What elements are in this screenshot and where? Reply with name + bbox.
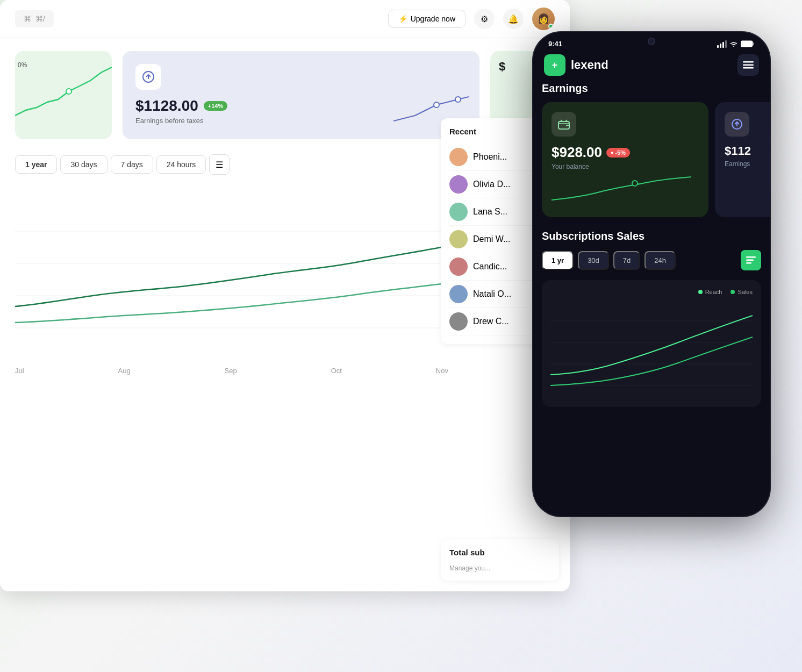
earnings-before-card: $1128.00 +14% Earnings before taxes (123, 51, 479, 139)
sub-avatar-5 (449, 258, 468, 276)
wifi-icon (729, 41, 738, 47)
svg-rect-15 (753, 42, 754, 45)
svg-rect-24 (746, 260, 754, 261)
phone-earnings-card: $112 Earnings (715, 102, 770, 217)
phone-wallet-icon (552, 112, 576, 137)
logo-icon: + (544, 54, 565, 76)
phone-logo: + lexend (544, 54, 608, 76)
svg-rect-17 (743, 65, 754, 66)
online-indicator (548, 24, 554, 29)
phone-filter-24h[interactable]: 24h (645, 251, 676, 270)
filter-7days[interactable]: 7 days (111, 155, 153, 174)
svg-rect-13 (725, 40, 727, 48)
sub-name-3: Lana S... (473, 207, 507, 217)
svg-point-0 (66, 89, 71, 94)
phone-earnings-label: Earnings (725, 160, 770, 168)
svg-rect-18 (743, 67, 754, 69)
phone-time: 9:41 (548, 40, 562, 48)
sub-avatar-6 (449, 285, 468, 303)
phone-status-icons (717, 40, 755, 48)
sub-name-2: Olivia D... (473, 180, 510, 189)
phone-content: Earnings (533, 82, 770, 502)
phone-balance-card: $928.00 ● -5% Your balance (542, 102, 708, 217)
filter-30days[interactable]: 30 days (60, 155, 107, 174)
search-icon: ⌘ (24, 15, 31, 23)
svg-rect-12 (722, 42, 724, 48)
svg-rect-14 (741, 41, 753, 47)
filter-24hours[interactable]: 24 hours (156, 155, 206, 174)
sub-avatar-3 (449, 203, 468, 221)
filter-lines-icon: ☰ (216, 160, 223, 170)
filter-1year[interactable]: 1 year (15, 155, 57, 174)
svg-rect-16 (743, 61, 754, 63)
balance-chart: 0% (15, 51, 112, 137)
bolt-icon: ⚡ (398, 15, 407, 23)
sub-name-1: Phoeni... (473, 152, 507, 162)
sub-avatar-2 (449, 175, 468, 194)
svg-point-20 (632, 181, 638, 186)
phone-filter-1yr[interactable]: 1 yr (542, 251, 574, 270)
desktop-window: ⌘ ⌘/ ⚡ Upgrade now ⚙ 🔔 👩 (0, 0, 570, 591)
svg-point-4 (434, 102, 439, 108)
top-bar: ⌘ ⌘/ ⚡ Upgrade now ⚙ 🔔 👩 (0, 0, 570, 38)
avatar[interactable]: 👩 (532, 8, 555, 30)
sub-name-5: Candic... (473, 262, 507, 271)
phone-main-chart (550, 299, 753, 396)
svg-rect-11 (720, 44, 721, 48)
x-label-nov: Nov (436, 367, 448, 375)
sub-avatar-1 (449, 148, 468, 166)
sub-name-7: Drew C... (473, 317, 509, 326)
phone-filter-icon-btn[interactable] (741, 250, 761, 270)
hamburger-icon (743, 61, 754, 69)
svg-rect-23 (746, 256, 756, 258)
phone-sales-dot (731, 290, 735, 294)
phone-earnings-amount: $112 (725, 144, 770, 158)
sub-avatar-7 (449, 312, 468, 331)
phone-filter-lines-icon (746, 256, 756, 264)
menu-button[interactable] (737, 54, 759, 76)
phone-header: + lexend (533, 48, 770, 82)
search-placeholder: ⌘/ (35, 15, 45, 23)
phone-subscriptions-title: Subscriptions Sales (542, 230, 761, 242)
battery-icon (741, 40, 755, 47)
sub-name-6: Natali O... (473, 289, 511, 299)
svg-rect-25 (746, 262, 751, 264)
x-label-jul: Jul (15, 367, 24, 375)
phone-balance-amount: $928.00 ● -5% (552, 144, 699, 161)
phone-earnings-title: Earnings (542, 82, 761, 95)
earnings-badge: +14% (204, 101, 227, 111)
phone-card-mini-chart (552, 176, 699, 208)
phone-filter-30d[interactable]: 30d (578, 251, 609, 270)
svg-text:0%: 0% (18, 61, 27, 69)
phone-filter-7d[interactable]: 7d (613, 251, 640, 270)
upgrade-button[interactable]: ⚡ Upgrade now (388, 10, 466, 28)
phone-frame: 9:41 (533, 32, 770, 516)
phone-legend-row: Reach Sales (550, 289, 753, 295)
sub-name-4: Demi W... (473, 234, 510, 244)
signal-icon (717, 40, 727, 48)
filter-icon-button[interactable]: ☰ (209, 154, 230, 175)
phone-camera (648, 38, 655, 45)
phone-chart-area: Reach Sales (542, 280, 761, 407)
x-label-aug: Aug (118, 367, 131, 375)
phone-legend-sales: Sales (731, 289, 753, 295)
x-label-oct: Oct (331, 367, 342, 375)
x-label-sep: Sep (225, 367, 237, 375)
svg-rect-10 (717, 45, 719, 48)
logo-text: lexend (571, 58, 608, 72)
search-box[interactable]: ⌘ ⌘/ (15, 10, 54, 27)
top-bar-right: ⚡ Upgrade now ⚙ 🔔 👩 (388, 8, 555, 30)
phone-cards-row: $928.00 ● -5% Your balance (542, 102, 761, 217)
x-axis: Jul Aug Sep Oct Nov Dec (15, 362, 555, 375)
settings-button[interactable]: ⚙ (474, 9, 495, 29)
phone-balance-badge: ● -5% (606, 148, 630, 158)
phone-mockup: 9:41 (533, 32, 770, 645)
notifications-button[interactable]: 🔔 (503, 9, 524, 29)
phone-notch (617, 32, 686, 51)
earnings-icon (135, 64, 161, 90)
phone-balance-label: Your balance (552, 163, 699, 170)
phone-legend-reach: Reach (698, 289, 722, 295)
svg-point-5 (455, 97, 461, 102)
phone-reach-dot (698, 290, 703, 294)
bell-icon: 🔔 (508, 14, 519, 24)
